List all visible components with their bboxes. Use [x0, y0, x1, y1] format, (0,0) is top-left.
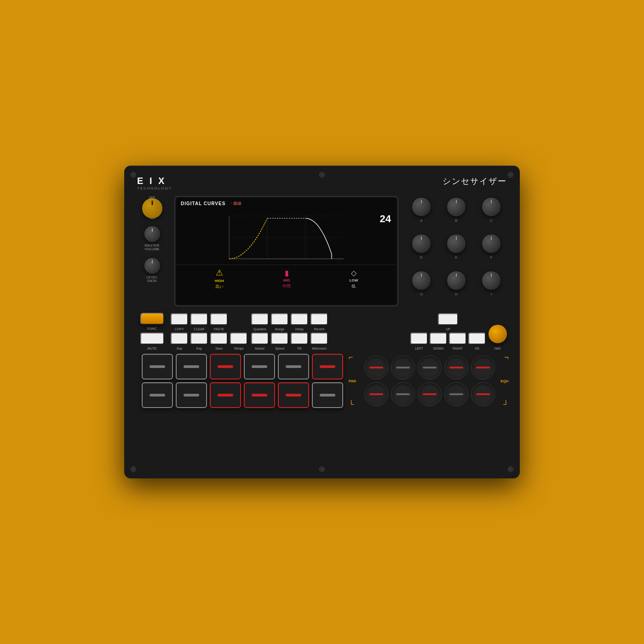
master-button[interactable] [251, 333, 269, 345]
knob-c-label: C [490, 218, 493, 223]
metronom-button[interactable] [310, 333, 328, 345]
down-button[interactable] [430, 333, 447, 345]
brand-name: E I X [137, 176, 172, 186]
mute-button[interactable] [140, 333, 164, 345]
pad-2-1[interactable] [142, 382, 173, 408]
top-section: OFF ON MASTER VOLUME LEVEL DATA DIGITAL … [137, 196, 507, 306]
pad-2-4[interactable] [244, 382, 275, 408]
fader-2-3[interactable] [418, 382, 442, 406]
pad-2-2[interactable] [176, 382, 207, 408]
pad-1-5[interactable] [278, 354, 309, 380]
func-button[interactable] [140, 313, 164, 325]
fader-1-5[interactable] [471, 356, 495, 380]
nav-buttons: UP LEFT DOWN RIGHT [410, 313, 507, 350]
pad-2-5[interactable] [278, 382, 309, 408]
up-button[interactable] [438, 313, 458, 325]
quantize-button[interactable] [251, 313, 269, 325]
fader-1-1[interactable] [364, 356, 388, 380]
pad-label: PAD [349, 379, 356, 383]
func-mute-group: FUNC MUTE [137, 313, 167, 350]
pad-1-4[interactable] [244, 354, 275, 380]
fader-1-3[interactable] [418, 356, 442, 380]
pad-1-2[interactable] [176, 354, 207, 380]
exp-button[interactable] [190, 333, 208, 345]
pad-2-3[interactable] [210, 382, 241, 408]
knob-cell-b: B [441, 198, 472, 231]
knob-cell-i: I [476, 271, 507, 305]
power-knob[interactable] [142, 198, 162, 218]
fill-label: Fill [298, 347, 302, 350]
master-volume-label: MASTER VOLUME [144, 244, 160, 252]
knob-i[interactable] [482, 271, 500, 290]
imp-label: Imp [177, 347, 182, 350]
display-number: 24 [380, 213, 391, 225]
power-knob-group: OFF ON [142, 196, 162, 220]
fill-button[interactable] [291, 333, 308, 345]
knob-g[interactable] [412, 271, 431, 290]
knob-cell-h: H [441, 271, 472, 305]
pad-2-6[interactable] [312, 382, 343, 408]
master-volume-group: MASTER VOLUME [144, 226, 160, 252]
clear-button[interactable] [190, 313, 208, 325]
knob-a-label: A [420, 218, 422, 223]
fader-2-5[interactable] [471, 382, 495, 406]
exp-label: Exp [196, 347, 202, 350]
pads-row-2 [142, 382, 343, 408]
knob-b[interactable] [447, 198, 466, 216]
quantize-row: Quantize Assign Delay Reverb [251, 313, 328, 331]
copy-button[interactable] [171, 313, 188, 325]
knob-f[interactable] [482, 235, 500, 253]
fader-2-2[interactable] [391, 382, 415, 406]
level-data-knob[interactable] [144, 258, 160, 274]
eq-high-jp: 高い [215, 284, 224, 290]
knob-g-label: G [420, 292, 423, 296]
paste-button[interactable] [210, 313, 228, 325]
pad-1-6[interactable] [312, 354, 343, 380]
save-label: Save [215, 347, 223, 350]
knob-h[interactable] [447, 271, 466, 290]
eq-mid-jp: 中間 [282, 283, 291, 289]
reverb-button[interactable] [310, 313, 328, 325]
level-data-label: LEVEL DATA [146, 276, 157, 283]
nav-knob[interactable] [489, 325, 507, 343]
pad-1-3[interactable] [210, 354, 241, 380]
screw-tl [131, 172, 136, 178]
center-buttons: COPY CLEAR PASTE Imp [171, 313, 247, 350]
tempo-button[interactable] [230, 333, 247, 345]
faders-row-1 [364, 356, 495, 380]
fader-2-4[interactable] [444, 382, 468, 406]
screw-bm [319, 466, 325, 472]
knob-d[interactable] [412, 235, 431, 253]
pads-container [142, 354, 343, 408]
clear-label: CLEAR [194, 328, 204, 331]
imp-button[interactable] [171, 333, 188, 345]
master-row: Master Speed Fill Metronom [251, 333, 328, 350]
speed-button[interactable] [271, 333, 288, 345]
nav-label: NAV [494, 347, 501, 350]
equ-label: EQU [500, 379, 508, 383]
knob-a[interactable] [412, 198, 431, 216]
assign-button[interactable] [271, 313, 288, 325]
save-button[interactable] [210, 333, 228, 345]
ok-button[interactable] [468, 333, 486, 345]
down-label: DOWN [433, 347, 443, 350]
master-label: Master [255, 347, 264, 350]
knob-cell-f: F [476, 235, 507, 268]
delay-button[interactable] [291, 313, 308, 325]
equ-bracket: ¬ EQU ┘ [500, 354, 508, 408]
knob-i-label: I [491, 292, 492, 296]
bottom-section: FUNC MUTE COPY CLEAR [137, 313, 507, 408]
left-button[interactable] [410, 333, 428, 345]
display-title: DIGITAL CURVES [181, 201, 225, 206]
reverb-label: Reverb [314, 328, 325, 331]
eq-high-label: HIGH [215, 279, 224, 283]
fader-1-4[interactable] [444, 356, 468, 380]
knob-e[interactable] [447, 235, 466, 253]
fader-1-2[interactable] [391, 356, 415, 380]
pad-1-1[interactable] [142, 354, 173, 380]
fader-2-1[interactable] [364, 382, 388, 406]
master-volume-knob[interactable] [144, 226, 160, 242]
right-button[interactable] [449, 333, 466, 345]
knob-c[interactable] [482, 198, 500, 216]
knob-f-label: F [490, 255, 493, 259]
